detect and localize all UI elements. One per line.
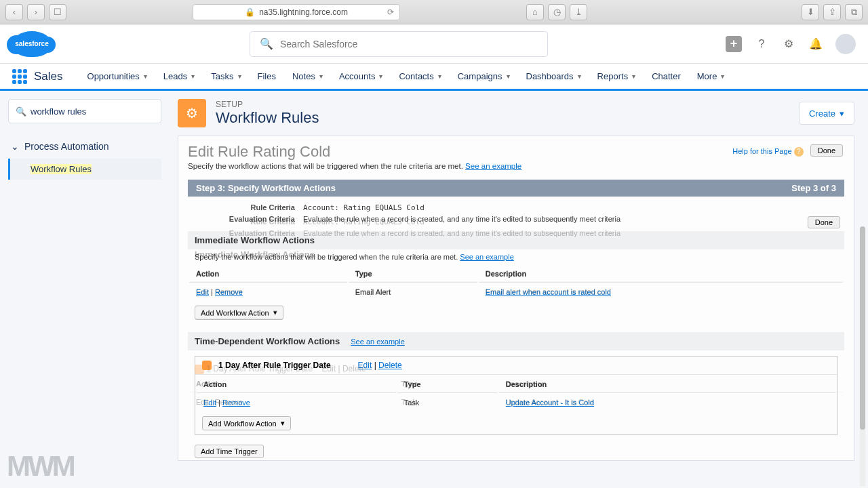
evaluation-label: Evaluation Criteria bbox=[188, 215, 303, 223]
notifications-icon[interactable]: 🔔 bbox=[808, 37, 823, 52]
back-button[interactable]: ‹ bbox=[5, 4, 23, 20]
time-actions-table: ActionTypeDescription Edit | Remove Task… bbox=[195, 375, 837, 412]
see-example-link-2[interactable]: See an example bbox=[460, 253, 514, 261]
setup-sidebar: 🔍 workflow rules ⌄ Process Automation Wo… bbox=[0, 91, 170, 486]
edit-link[interactable]: Edit bbox=[196, 288, 209, 296]
chevron-down-icon: ▾ bbox=[632, 73, 635, 80]
search-icon: 🔍 bbox=[260, 37, 273, 50]
tree-process-automation[interactable]: ⌄ Process Automation bbox=[8, 137, 161, 156]
edit-link[interactable]: Edit bbox=[203, 399, 216, 407]
nav-contacts[interactable]: Contacts▾ bbox=[391, 63, 449, 90]
immediate-actions-table: ActionTypeDescription Edit | Remove Emai… bbox=[188, 264, 844, 302]
rule-subtitle: Specify the workflow actions that will b… bbox=[188, 162, 844, 170]
trigger-delete-link[interactable]: Delete bbox=[378, 361, 402, 370]
nav-campaigns[interactable]: Campaigns▾ bbox=[450, 63, 518, 90]
tabs-icon[interactable]: ⧉ bbox=[845, 4, 863, 20]
rule-criteria-label: Rule Criteria bbox=[188, 203, 303, 212]
browser-toolbar: ‹ › ☐ 🔒 na35.lightning.force.com ⟳ ⌂ ◷ ⤓… bbox=[0, 0, 868, 24]
lock-icon: 🔒 bbox=[245, 7, 255, 17]
global-search[interactable]: 🔍 bbox=[250, 31, 548, 57]
add-workflow-action-button[interactable]: Add Workflow Action▾ bbox=[195, 306, 283, 320]
chevron-down-icon: ▾ bbox=[840, 108, 844, 119]
avatar[interactable] bbox=[835, 34, 856, 54]
downloads-tray-icon[interactable]: ⤓ bbox=[570, 4, 587, 20]
history-icon[interactable]: ◷ bbox=[548, 4, 566, 20]
search-input[interactable] bbox=[280, 39, 538, 49]
chevron-down-icon: ▾ bbox=[578, 73, 581, 80]
url-text: na35.lightning.force.com bbox=[259, 7, 348, 17]
chevron-down-icon: ▾ bbox=[507, 73, 510, 80]
evaluation-value: Evaluate the rule when a record is creat… bbox=[303, 215, 620, 223]
nav-notes[interactable]: Notes▾ bbox=[284, 63, 331, 90]
content-area: ⚙ SETUP Workflow Rules Create▾ Done Help… bbox=[170, 91, 868, 486]
salesforce-logo: salesforce bbox=[12, 31, 52, 57]
app-launcher-icon[interactable] bbox=[12, 69, 27, 84]
action-desc-link[interactable]: Update Account - It is Cold bbox=[506, 399, 594, 407]
chevron-down-icon: ▾ bbox=[379, 73, 382, 80]
classic-iframe: Done Help for this Page ? Edit Rule Rati… bbox=[178, 136, 854, 461]
done-button-2[interactable]: Done bbox=[808, 216, 840, 228]
chevron-down-icon: ▾ bbox=[438, 73, 441, 80]
chevron-down-icon: ▾ bbox=[273, 308, 277, 317]
help-icon[interactable]: ? bbox=[754, 37, 769, 52]
quick-find-value: workflow rules bbox=[31, 106, 86, 117]
tree-workflow-rules[interactable]: Workflow Rules bbox=[8, 159, 161, 180]
nav-dashboards[interactable]: Dashboards▾ bbox=[518, 63, 589, 90]
table-row: Edit | Remove Email Alert Email alert wh… bbox=[189, 284, 843, 300]
workflow-gear-icon: ⚙ bbox=[178, 99, 206, 127]
page-title: Workflow Rules bbox=[216, 109, 319, 127]
done-button[interactable]: Done bbox=[810, 144, 843, 157]
rule-criteria-value: Account: Rating EQUALS Cold bbox=[303, 203, 425, 212]
chevron-down-icon: ▾ bbox=[238, 73, 241, 80]
chevron-down-icon: ▾ bbox=[191, 73, 195, 80]
action-desc-link[interactable]: Email alert when account is rated cold bbox=[486, 288, 611, 296]
download-icon[interactable]: ⬇ bbox=[802, 4, 819, 20]
global-add-button[interactable]: + bbox=[726, 36, 742, 52]
add-time-trigger-button[interactable]: Add Time Trigger bbox=[195, 445, 264, 458]
help-link[interactable]: Help for this Page ? bbox=[732, 147, 804, 157]
chevron-down-icon: ▾ bbox=[144, 73, 147, 80]
search-icon: 🔍 bbox=[16, 106, 26, 117]
nav-chatter[interactable]: Chatter bbox=[644, 63, 689, 90]
scroll-thumb[interactable] bbox=[860, 226, 865, 430]
nav-accounts[interactable]: Accounts▾ bbox=[331, 63, 391, 90]
setup-gear-icon[interactable]: ⚙ bbox=[781, 37, 796, 52]
watermark: MWM bbox=[7, 450, 73, 483]
scrollbar[interactable] bbox=[860, 226, 865, 486]
app-name: Sales bbox=[34, 70, 63, 83]
nav-tasks[interactable]: Tasks▾ bbox=[203, 63, 249, 90]
nav-opportunities[interactable]: Opportunities▾ bbox=[79, 63, 155, 90]
time-trigger-block: 1 Day After Rule Trigger Date Edit | Del… bbox=[195, 356, 837, 435]
quick-find[interactable]: 🔍 workflow rules bbox=[8, 99, 161, 123]
forward-button[interactable]: › bbox=[27, 4, 45, 20]
trigger-title: 1 Day After Rule Trigger Date bbox=[218, 361, 331, 370]
table-row: Edit | Remove Task Update Account - It i… bbox=[197, 394, 835, 411]
home-icon[interactable]: ⌂ bbox=[526, 4, 544, 20]
add-workflow-action-button-2[interactable]: Add Workflow Action▾ bbox=[202, 416, 291, 430]
nav-leads[interactable]: Leads▾ bbox=[155, 63, 203, 90]
immediate-actions-header: Immediate Workflow Actions bbox=[188, 231, 844, 249]
chevron-down-icon: ▾ bbox=[319, 73, 323, 80]
remove-link[interactable]: Remove bbox=[215, 288, 243, 296]
step-indicator: Step 3: Specify Workflow ActionsStep 3 o… bbox=[188, 180, 844, 197]
see-example-link[interactable]: See an example bbox=[465, 162, 521, 170]
trigger-edit-link[interactable]: Edit bbox=[358, 361, 372, 370]
nav-more[interactable]: More▾ bbox=[689, 63, 733, 90]
global-header: salesforce 🔍 + ? ⚙ 🔔 bbox=[0, 24, 868, 64]
reload-icon[interactable]: ⟳ bbox=[387, 7, 394, 17]
create-button[interactable]: Create▾ bbox=[799, 102, 854, 125]
chevron-down-icon: ▾ bbox=[281, 419, 285, 428]
time-dependent-header: Time-Dependent Workflow Actions See an e… bbox=[188, 332, 844, 350]
sidebar-toggle[interactable]: ☐ bbox=[49, 4, 66, 20]
share-icon[interactable]: ⇪ bbox=[823, 4, 841, 20]
app-nav: Sales Opportunities▾ Leads▾ Tasks▾ Files… bbox=[0, 64, 868, 91]
nav-files[interactable]: Files bbox=[250, 63, 284, 90]
breadcrumb-setup: SETUP bbox=[216, 100, 319, 109]
address-bar[interactable]: 🔒 na35.lightning.force.com ⟳ bbox=[193, 4, 400, 20]
time-trigger-icon bbox=[202, 361, 212, 370]
chevron-down-icon: ▾ bbox=[721, 73, 724, 80]
see-example-link-3[interactable]: See an example bbox=[351, 338, 405, 346]
remove-link[interactable]: Remove bbox=[222, 399, 250, 407]
nav-reports[interactable]: Reports▾ bbox=[589, 63, 644, 90]
chevron-down-icon: ⌄ bbox=[11, 141, 19, 152]
